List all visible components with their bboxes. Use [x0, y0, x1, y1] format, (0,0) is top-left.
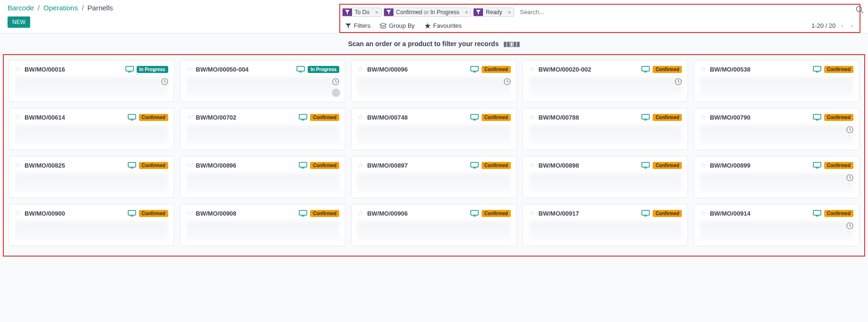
kanban-card[interactable]: ☆BW/MO/00790Confirmed	[694, 108, 860, 150]
star-icon[interactable]: ☆	[186, 113, 192, 121]
kanban-card[interactable]: ☆BW/MO/00016In Progress	[8, 60, 174, 102]
monitor-icon[interactable]	[299, 114, 307, 121]
kanban-card[interactable]: ☆BW/MO/00900Confirmed	[8, 204, 174, 246]
kanban-card[interactable]: ☆BW/MO/00899Confirmed	[694, 156, 860, 198]
star-icon[interactable]: ☆	[15, 65, 21, 73]
monitor-icon[interactable]	[641, 114, 650, 121]
kanban-card[interactable]: ☆BW/MO/00897Confirmed	[351, 156, 517, 198]
card-body-blurred	[357, 77, 511, 96]
monitor-icon[interactable]	[125, 66, 134, 72]
filter-facet-todo[interactable]: To Do ×	[342, 8, 382, 17]
star-icon[interactable]: ☆	[357, 161, 363, 169]
status-badge: Confirmed	[139, 114, 168, 121]
star-icon[interactable]: ☆	[700, 113, 706, 121]
card-body-blurred	[186, 173, 340, 192]
star-icon[interactable]: ☆	[357, 65, 363, 73]
kanban-card[interactable]: ☆BW/MO/00908Confirmed	[180, 204, 346, 246]
svg-rect-40	[299, 210, 307, 215]
monitor-icon[interactable]	[296, 66, 305, 72]
kanban-card[interactable]: ☆BW/MO/00896Confirmed	[180, 156, 346, 198]
facet-remove[interactable]: ×	[462, 8, 471, 16]
pager-prev[interactable]: ‹	[839, 22, 845, 29]
svg-rect-27	[128, 162, 136, 167]
status-badge: Confirmed	[310, 210, 339, 217]
filters-dropdown[interactable]: Filters	[345, 22, 370, 29]
monitor-icon[interactable]	[641, 210, 650, 217]
star-icon[interactable]: ☆	[700, 209, 706, 217]
new-button[interactable]: NEW	[8, 16, 30, 28]
monitor-icon[interactable]	[299, 162, 307, 169]
status-badge: Confirmed	[824, 162, 853, 169]
monitor-icon[interactable]	[470, 114, 479, 121]
monitor-icon[interactable]	[641, 162, 650, 169]
monitor-icon[interactable]	[128, 114, 136, 121]
clock-icon[interactable]	[846, 174, 853, 181]
monitor-icon[interactable]	[813, 66, 821, 72]
star-icon[interactable]: ☆	[357, 209, 363, 217]
kanban-card[interactable]: ☆BW/MO/00788Confirmed	[523, 108, 688, 150]
monitor-icon[interactable]	[299, 210, 307, 217]
breadcrumb-operations[interactable]: Operations	[43, 4, 78, 12]
star-icon[interactable]: ☆	[186, 209, 192, 217]
monitor-icon[interactable]	[470, 66, 479, 72]
monitor-icon[interactable]	[813, 114, 821, 121]
monitor-icon[interactable]	[128, 162, 136, 169]
facet-remove[interactable]: ×	[505, 8, 514, 16]
kanban-card[interactable]: ☆BW/MO/00614Confirmed	[8, 108, 174, 150]
star-icon[interactable]: ☆	[186, 65, 192, 73]
card-reference: BW/MO/00790	[710, 114, 750, 121]
star-icon[interactable]: ☆	[15, 113, 21, 121]
kanban-card[interactable]: ☆BW/MO/00020-002Confirmed	[523, 60, 688, 102]
kanban-card[interactable]: ☆BW/MO/00050-004In Progress	[180, 60, 346, 102]
avatar	[332, 89, 340, 97]
pager-next[interactable]: ›	[849, 22, 855, 29]
facet-remove[interactable]: ×	[372, 8, 381, 16]
star-icon[interactable]: ☆	[700, 65, 706, 73]
star-icon[interactable]: ☆	[700, 161, 706, 169]
card-reference: BW/MO/00906	[367, 210, 408, 217]
star-icon[interactable]: ☆	[186, 161, 192, 169]
clock-icon[interactable]	[332, 78, 339, 85]
clock-icon[interactable]	[846, 126, 853, 133]
breadcrumb-barcode[interactable]: Barcode	[8, 4, 34, 12]
kanban-card[interactable]: ☆BW/MO/00914Confirmed	[694, 204, 860, 246]
clock-icon[interactable]	[504, 78, 511, 85]
filter-facet-confirmed-progress[interactable]: Confirmed or In Progress ×	[384, 8, 472, 17]
monitor-icon[interactable]	[813, 162, 821, 169]
star-icon[interactable]: ☆	[529, 209, 535, 217]
kanban-card[interactable]: ☆BW/MO/00748Confirmed	[351, 108, 517, 150]
clock-icon[interactable]	[675, 78, 682, 85]
kanban-card[interactable]: ☆BW/MO/00898Confirmed	[523, 156, 688, 198]
filters-label: Filters	[354, 22, 370, 29]
card-body-blurred	[529, 77, 682, 96]
card-body-blurred	[700, 221, 853, 240]
kanban-card[interactable]: ☆BW/MO/00702Confirmed	[180, 108, 346, 150]
monitor-icon[interactable]	[813, 210, 821, 217]
breadcrumb-current: Parnells	[88, 4, 113, 12]
star-icon[interactable]: ☆	[15, 209, 21, 217]
search-icon[interactable]	[856, 6, 864, 14]
card-reference: BW/MO/00899	[710, 162, 750, 169]
kanban-card[interactable]: ☆BW/MO/00825Confirmed	[8, 156, 174, 198]
monitor-icon[interactable]	[470, 210, 479, 217]
kanban-card[interactable]: ☆BW/MO/00906Confirmed	[351, 204, 517, 246]
clock-icon[interactable]	[846, 222, 853, 229]
kanban-card[interactable]: ☆BW/MO/00096Confirmed	[351, 60, 517, 102]
star-icon[interactable]: ☆	[357, 113, 363, 121]
card-reference: BW/MO/00748	[367, 114, 408, 121]
clock-icon[interactable]	[161, 78, 168, 85]
groupby-dropdown[interactable]: Group By	[380, 22, 415, 29]
monitor-icon[interactable]	[470, 162, 479, 169]
card-reference: BW/MO/00538	[710, 66, 750, 73]
star-icon[interactable]: ☆	[529, 161, 535, 169]
monitor-icon[interactable]	[128, 210, 136, 217]
filter-facet-ready[interactable]: Ready ×	[473, 8, 514, 17]
favourites-dropdown[interactable]: Favourites	[424, 22, 462, 29]
kanban-card[interactable]: ☆BW/MO/00917Confirmed	[523, 204, 688, 246]
monitor-icon[interactable]	[641, 66, 650, 72]
star-icon[interactable]: ☆	[15, 161, 21, 169]
star-icon[interactable]: ☆	[529, 113, 535, 121]
star-icon[interactable]: ☆	[529, 65, 535, 73]
search-input[interactable]	[516, 7, 858, 17]
kanban-card[interactable]: ☆BW/MO/00538Confirmed	[694, 60, 860, 102]
